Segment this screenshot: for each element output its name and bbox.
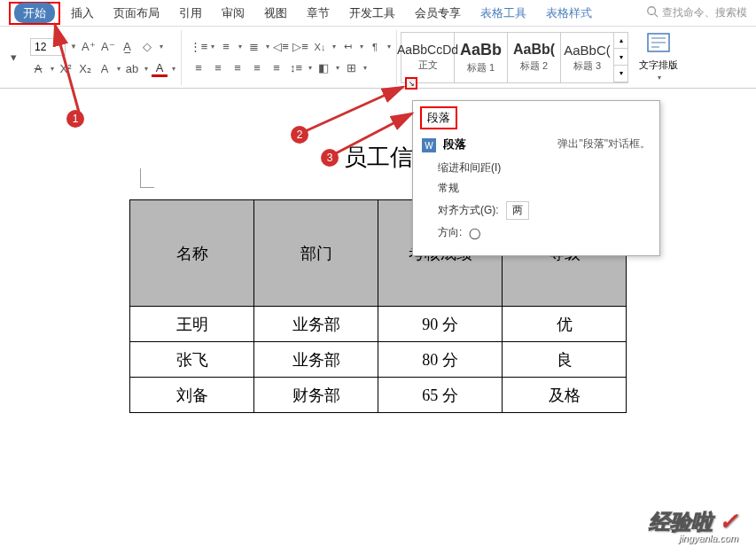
svg-point-0 — [648, 7, 656, 15]
direction-label: 方向: — [438, 225, 462, 240]
clear-format-icon[interactable]: ◇ — [139, 39, 155, 55]
change-case-icon[interactable]: A̲ — [120, 39, 136, 55]
bullets-icon[interactable]: ⋮≡ — [191, 39, 207, 55]
style-body[interactable]: AaBbCcDd 正文 — [401, 33, 455, 82]
badge-3: 3 — [321, 149, 339, 167]
tab-review[interactable]: 审阅 — [213, 2, 253, 25]
chevron-down-icon: ▾ — [658, 74, 661, 82]
font-group: ▼ A⁺ A⁻ A̲ ◇ ▾ A ▾ X² X₂ A ▾ ab ▾ A ▾ — [25, 30, 182, 85]
word-icon: W — [422, 138, 436, 152]
search-icon — [646, 5, 659, 20]
numbering-icon[interactable]: ≡ — [218, 39, 234, 55]
font-size-dropdown-icon[interactable]: ▼ — [70, 43, 77, 51]
decrease-font-icon[interactable]: A⁻ — [100, 39, 116, 55]
watermark: 经验啦 ✓ jingyanla.com — [649, 508, 738, 543]
align-label: 对齐方式(G): — [438, 203, 499, 218]
search-box[interactable]: 查找命令、搜索模 — [646, 5, 747, 20]
tab-reference[interactable]: 引用 — [170, 2, 211, 25]
tab-member[interactable]: 会员专享 — [406, 2, 470, 25]
th-name[interactable]: 名称 — [130, 200, 254, 307]
shading-icon[interactable]: ◧ — [316, 60, 331, 76]
align-left-icon[interactable]: ≡ — [191, 60, 207, 76]
style-scroll[interactable]: ▴ ▾ ▾ — [614, 33, 628, 82]
tooltip-title: 段落 — [420, 106, 457, 129]
strikethrough-icon[interactable]: A — [30, 61, 46, 77]
multilevel-icon[interactable]: ≣ — [246, 39, 261, 55]
style-heading3[interactable]: AaBbC( 标题 3 — [561, 33, 614, 82]
badge-2: 2 — [291, 126, 308, 144]
tab-dev[interactable]: 开发工具 — [340, 2, 404, 25]
dropdown-icon[interactable]: ▾ — [5, 50, 21, 66]
th-dept[interactable]: 部门 — [254, 200, 378, 307]
style-heading1[interactable]: AaBb 标题 1 — [455, 33, 508, 82]
distribute-icon[interactable]: ≡ — [269, 60, 284, 76]
increase-indent-icon[interactable]: ▷≡ — [292, 39, 308, 55]
svg-line-1 — [655, 14, 659, 18]
font-color-icon[interactable]: A — [152, 61, 168, 77]
tab-layout[interactable]: 页面布局 — [105, 2, 168, 25]
tab-start[interactable]: 开始 — [14, 3, 55, 23]
tab-table-tools[interactable]: 表格工具 — [472, 2, 535, 25]
table-row: 张飞 业务部 80 分 良 — [130, 342, 627, 378]
tab-start-highlight: 开始 — [9, 2, 60, 25]
show-marks-icon[interactable]: ¶ — [367, 39, 383, 55]
ltr-icon[interactable]: ↤ — [339, 39, 355, 55]
badge-1: 1 — [66, 110, 84, 128]
scroll-up-icon[interactable]: ▴ — [614, 33, 627, 50]
scroll-down-icon[interactable]: ▾ — [614, 49, 627, 66]
subscript-icon[interactable]: X₂ — [77, 61, 93, 77]
search-placeholder: 查找命令、搜索模 — [662, 5, 747, 20]
table-row: 王明 业务部 90 分 优 — [130, 307, 627, 342]
tab-view[interactable]: 视图 — [255, 2, 296, 25]
tooltip-desc: 弹出"段落"对话框。 — [557, 137, 651, 152]
tooltip-heading: 段落 — [443, 137, 466, 152]
sort-icon[interactable]: X↓ — [312, 39, 328, 55]
borders-icon[interactable]: ⊞ — [343, 60, 359, 76]
paragraph-launcher[interactable]: ↘ — [405, 77, 417, 90]
text-effect-icon[interactable]: A — [97, 61, 113, 77]
highlight-icon[interactable]: ab — [124, 61, 140, 77]
font-size-input[interactable] — [30, 38, 66, 56]
indent-tab[interactable]: 缩进和间距(I) — [438, 158, 635, 178]
align-justify-icon[interactable]: ≡ — [249, 60, 265, 76]
ribbon-toolbar: ▾ ▼ A⁺ A⁻ A̲ ◇ ▾ A ▾ X² X₂ A ▾ ab ▾ A ▾ … — [0, 27, 756, 89]
paragraph-group: ⋮≡▾ ≡▾ ≣▾ ◁≡ ▷≡ X↓▾ ↤▾ ¶▾ ≡ ≡ ≡ ≡ ≡ ↕≡▾ … — [185, 30, 397, 85]
align-center-icon[interactable]: ≡ — [210, 60, 226, 76]
tab-table-style[interactable]: 表格样式 — [537, 2, 601, 25]
align-right-icon[interactable]: ≡ — [230, 60, 246, 76]
general-label: 常规 — [438, 178, 635, 199]
tab-insert[interactable]: 插入 — [62, 2, 103, 25]
style-heading2[interactable]: AaBb( 标题 2 — [508, 33, 561, 82]
decrease-indent-icon[interactable]: ◁≡ — [273, 39, 289, 55]
text-layout-icon — [647, 33, 670, 57]
increase-font-icon[interactable]: A⁺ — [81, 39, 97, 55]
table-row: 刘备 财务部 65 分 及格 — [130, 378, 627, 413]
ribbon-tabs: 开始 插入 页面布局 引用 审阅 视图 章节 开发工具 会员专享 表格工具 表格… — [0, 0, 756, 27]
line-spacing-icon[interactable]: ↕≡ — [288, 60, 304, 76]
styles-gallery: AaBbCcDd 正文 AaBb 标题 1 AaBb( 标题 2 AaBbC( … — [401, 32, 628, 83]
align-value[interactable]: 两 — [506, 201, 529, 220]
tab-chapter[interactable]: 章节 — [298, 2, 339, 25]
check-icon: ✓ — [719, 508, 738, 534]
scroll-expand-icon[interactable]: ▾ — [614, 66, 627, 82]
text-layout-button[interactable]: 文字排版 ▾ — [632, 32, 685, 83]
paragraph-tooltip: 段落 W 段落 弹出"段落"对话框。 缩进和间距(I) 常规 对齐方式(G): … — [412, 100, 660, 256]
radio-icon[interactable]: ◯ — [469, 227, 480, 239]
superscript-icon[interactable]: X² — [58, 61, 74, 77]
